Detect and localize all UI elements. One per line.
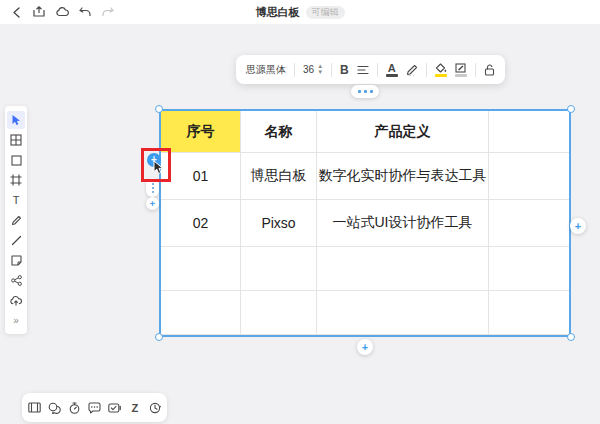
font-size-control[interactable]: 36 ▲▼ <box>303 60 323 80</box>
undo-icon[interactable] <box>78 5 92 19</box>
upload-tool[interactable] <box>7 291 25 309</box>
table-cell[interactable]: 02 <box>161 200 241 247</box>
top-bar: 博思白板 可编辑 <box>0 0 600 24</box>
zen-mode-icon[interactable]: Z <box>127 400 143 416</box>
selection-handle-top-right[interactable] <box>567 105 575 113</box>
select-tool[interactable] <box>7 111 25 129</box>
table-cell[interactable] <box>317 291 489 335</box>
timer-icon[interactable] <box>66 400 82 416</box>
vote-icon[interactable] <box>107 400 123 416</box>
table-grid: 序号名称产品定义01博思白板数字化实时协作与表达工具02Pixso一站式UI设计… <box>161 111 569 335</box>
font-family-select[interactable]: 思源黑体 <box>246 60 286 80</box>
doc-title[interactable]: 博思白板 <box>256 5 300 20</box>
unlock-icon[interactable] <box>484 60 495 80</box>
table-cell[interactable] <box>489 153 569 200</box>
toolbar-divider <box>377 63 378 77</box>
redo-icon[interactable] <box>101 5 115 19</box>
topbar-left-actions <box>0 5 115 19</box>
table-cell[interactable] <box>241 291 317 335</box>
toolbar-divider <box>294 63 295 77</box>
table-cell[interactable] <box>317 247 489 291</box>
comment-icon[interactable] <box>46 400 62 416</box>
toolbar-divider <box>475 63 476 77</box>
table-cell[interactable] <box>241 247 317 291</box>
shape-tool[interactable] <box>7 151 25 169</box>
table-cell[interactable]: 数字化实时协作与表达工具 <box>317 153 489 200</box>
selection-handle-top-left[interactable] <box>155 105 163 113</box>
table-header-cell[interactable] <box>489 111 569 153</box>
table-header-cell[interactable]: 名称 <box>241 111 317 153</box>
connector-tool[interactable] <box>7 271 25 289</box>
table-cell[interactable] <box>161 247 241 291</box>
text-color-button[interactable]: A <box>386 60 398 80</box>
add-column-button[interactable]: + <box>570 218 586 234</box>
row-quick-action-button[interactable]: + <box>147 153 161 167</box>
table-more-options[interactable] <box>351 85 379 98</box>
chat-icon[interactable] <box>87 400 103 416</box>
table-element[interactable]: 序号名称产品定义01博思白板数字化实时协作与表达工具02Pixso一站式UI设计… <box>159 109 571 337</box>
table-cell[interactable] <box>161 291 241 335</box>
export-icon[interactable] <box>32 5 46 19</box>
paint-bucket-icon <box>435 63 447 73</box>
selection-handle-bottom-left[interactable] <box>155 333 163 341</box>
line-tool[interactable] <box>7 231 25 249</box>
cell-border-color-button[interactable] <box>455 60 467 80</box>
frame-tool[interactable] <box>7 171 25 189</box>
insert-row-button-left[interactable]: + <box>146 197 159 210</box>
presentation-icon[interactable] <box>26 400 42 416</box>
toolbar-divider <box>331 63 332 77</box>
tools-sidebar: T » <box>5 106 27 334</box>
pencil-tool[interactable] <box>7 211 25 229</box>
table-header-cell[interactable]: 序号 <box>161 111 241 153</box>
editable-badge: 可编辑 <box>306 6 345 19</box>
border-color-swatch <box>455 74 467 77</box>
add-row-button[interactable]: + <box>357 339 373 355</box>
bottom-toolbar: Z <box>22 393 167 422</box>
cell-border-icon <box>455 63 466 73</box>
sticky-note-tool[interactable] <box>7 251 25 269</box>
table-cell[interactable] <box>489 291 569 335</box>
history-icon[interactable] <box>147 400 163 416</box>
bold-button[interactable]: B <box>340 60 349 80</box>
selection-handle-bottom-right[interactable] <box>567 333 575 341</box>
table-tool[interactable] <box>7 131 25 149</box>
text-color-glyph: A <box>388 63 396 73</box>
table-cell[interactable]: Pixso <box>241 200 317 247</box>
table-header-cell[interactable]: 产品定义 <box>317 111 489 153</box>
align-button[interactable] <box>357 60 369 80</box>
table-cell[interactable]: 博思白板 <box>241 153 317 200</box>
cloud-sync-icon[interactable] <box>55 5 69 19</box>
expand-sidebar-button[interactable]: » <box>7 311 25 329</box>
table-cell[interactable]: 一站式UI设计协作工具 <box>317 200 489 247</box>
toolbar-divider <box>426 63 427 77</box>
fill-color-button[interactable] <box>435 60 447 80</box>
highlight-pen-icon[interactable] <box>406 60 418 80</box>
format-toolbar: 思源黑体 36 ▲▼ B A <box>236 55 505 84</box>
fill-color-swatch <box>435 74 447 77</box>
font-size-stepper-icon[interactable]: ▲▼ <box>317 64 323 75</box>
table-cell[interactable] <box>489 200 569 247</box>
text-color-swatch <box>386 74 398 77</box>
back-icon[interactable] <box>9 5 23 19</box>
table-cell[interactable] <box>489 247 569 291</box>
text-tool[interactable]: T <box>7 191 25 209</box>
table-cell[interactable]: 01 <box>161 153 241 200</box>
font-size-value[interactable]: 36 <box>303 64 314 75</box>
